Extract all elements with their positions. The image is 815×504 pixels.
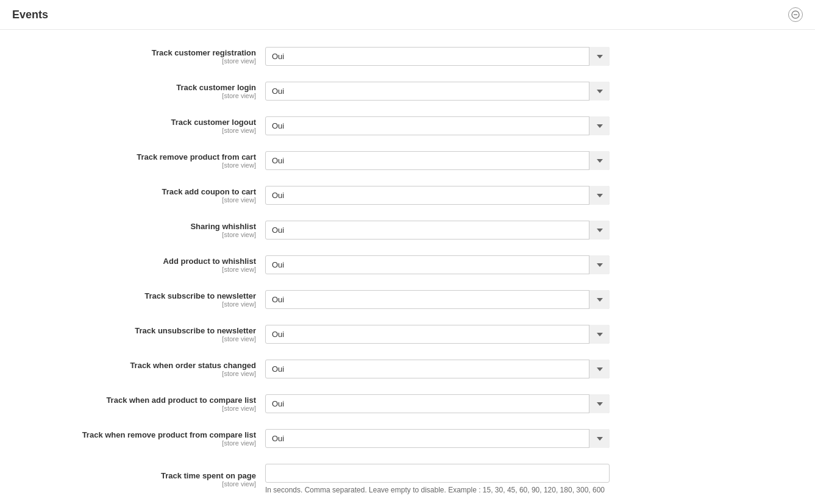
select-add-product-to-whishlist[interactable]: OuiNon bbox=[265, 255, 610, 274]
label-wrapper-track-customer-logout: Track customer logout[store view] bbox=[0, 118, 265, 134]
select-wrapper-track-when-remove-product-from-compare-list: OuiNon bbox=[265, 429, 610, 448]
label-wrapper-track-add-coupon-to-cart: Track add coupon to cart[store view] bbox=[0, 187, 265, 204]
label-track-time-spent-on-page: Track time spent on page bbox=[0, 471, 256, 480]
select-wrapper-track-remove-product-from-cart: OuiNon bbox=[265, 151, 610, 170]
label-track-customer-registration: Track customer registration bbox=[0, 48, 256, 57]
control-wrapper-track-when-order-status-changed: OuiNon bbox=[265, 360, 610, 378]
label-wrapper-track-customer-registration: Track customer registration[store view] bbox=[0, 48, 265, 65]
label-wrapper-track-when-remove-product-from-compare-list: Track when remove product from compare l… bbox=[0, 430, 265, 447]
form-row-track-when-order-status-changed: Track when order status changed[store vi… bbox=[0, 355, 731, 383]
control-wrapper-sharing-whishlist: OuiNon bbox=[265, 221, 610, 240]
select-track-subscribe-to-newsletter[interactable]: OuiNon bbox=[265, 290, 610, 309]
label-wrapper-track-when-add-product-to-compare-list: Track when add product to compare list[s… bbox=[0, 396, 265, 412]
select-wrapper-track-add-coupon-to-cart: OuiNon bbox=[265, 186, 610, 205]
form-row-track-add-coupon-to-cart: Track add coupon to cart[store view]OuiN… bbox=[0, 181, 731, 210]
form-row-track-subscribe-to-newsletter: Track subscribe to newsletter[store view… bbox=[0, 285, 731, 314]
label-wrapper-track-when-order-status-changed: Track when order status changed[store vi… bbox=[0, 361, 265, 377]
form-row-track-when-remove-product-from-compare-list: Track when remove product from compare l… bbox=[0, 424, 731, 453]
select-track-customer-registration[interactable]: OuiNon bbox=[265, 47, 610, 66]
collapse-icon[interactable] bbox=[788, 7, 803, 22]
label-wrapper-track-remove-product-from-cart: Track remove product from cart[store vie… bbox=[0, 152, 265, 169]
form-row-track-customer-login: Track customer login[store view]OuiNon bbox=[0, 77, 731, 105]
label-wrapper-track-customer-login: Track customer login[store view] bbox=[0, 83, 265, 99]
control-wrapper-track-when-add-product-to-compare-list: OuiNon bbox=[265, 394, 610, 413]
page-header: Events bbox=[0, 0, 815, 30]
label-track-unsubscribe-to-newsletter: Track unsubscribe to newsletter bbox=[0, 326, 256, 335]
select-wrapper-track-subscribe-to-newsletter: OuiNon bbox=[265, 290, 610, 309]
sublabel-track-when-remove-product-from-compare-list: [store view] bbox=[0, 439, 256, 447]
sublabel-add-product-to-whishlist: [store view] bbox=[0, 266, 256, 273]
sublabel-track-customer-registration: [store view] bbox=[0, 57, 256, 65]
form-row-track-unsubscribe-to-newsletter: Track unsubscribe to newsletter[store vi… bbox=[0, 320, 731, 349]
control-wrapper-add-product-to-whishlist: OuiNon bbox=[265, 255, 610, 274]
sublabel-track-time-spent-on-page: [store view] bbox=[0, 480, 256, 488]
control-wrapper-track-when-remove-product-from-compare-list: OuiNon bbox=[265, 429, 610, 448]
sublabel-track-subscribe-to-newsletter: [store view] bbox=[0, 300, 256, 308]
sublabel-track-when-order-status-changed: [store view] bbox=[0, 370, 256, 377]
select-wrapper-track-when-add-product-to-compare-list: OuiNon bbox=[265, 394, 610, 413]
sublabel-track-customer-logout: [store view] bbox=[0, 127, 256, 134]
sublabel-sharing-whishlist: [store view] bbox=[0, 231, 256, 238]
sublabel-track-customer-login: [store view] bbox=[0, 92, 256, 99]
form-row-track-when-add-product-to-compare-list: Track when add product to compare list[s… bbox=[0, 389, 731, 418]
select-sharing-whishlist[interactable]: OuiNon bbox=[265, 221, 610, 240]
label-track-remove-product-from-cart: Track remove product from cart bbox=[0, 152, 256, 161]
select-wrapper-track-unsubscribe-to-newsletter: OuiNon bbox=[265, 325, 610, 344]
select-wrapper-track-customer-logout: OuiNon bbox=[265, 116, 610, 135]
select-wrapper-track-customer-login: OuiNon bbox=[265, 82, 610, 101]
label-wrapper-track-subscribe-to-newsletter: Track subscribe to newsletter[store view… bbox=[0, 291, 265, 308]
label-track-customer-login: Track customer login bbox=[0, 83, 256, 92]
page-title: Events bbox=[12, 9, 48, 21]
form-row-track-remove-product-from-cart: Track remove product from cart[store vie… bbox=[0, 146, 731, 175]
label-track-add-coupon-to-cart: Track add coupon to cart bbox=[0, 187, 256, 196]
label-sharing-whishlist: Sharing whishlist bbox=[0, 222, 256, 231]
control-wrapper-track-customer-registration: OuiNon bbox=[265, 47, 610, 66]
label-track-customer-logout: Track customer logout bbox=[0, 118, 256, 127]
label-wrapper-track-time-spent-on-page: Track time spent on page[store view] bbox=[0, 471, 265, 488]
label-add-product-to-whishlist: Add product to whishlist bbox=[0, 257, 256, 266]
sublabel-track-when-add-product-to-compare-list: [store view] bbox=[0, 405, 256, 412]
form-row-sharing-whishlist: Sharing whishlist[store view]OuiNon bbox=[0, 216, 731, 244]
label-track-subscribe-to-newsletter: Track subscribe to newsletter bbox=[0, 291, 256, 300]
select-track-when-remove-product-from-compare-list[interactable]: OuiNon bbox=[265, 429, 610, 448]
select-wrapper-add-product-to-whishlist: OuiNon bbox=[265, 255, 610, 274]
label-wrapper-add-product-to-whishlist: Add product to whishlist[store view] bbox=[0, 257, 265, 273]
form-row-track-customer-registration: Track customer registration[store view]O… bbox=[0, 42, 731, 71]
select-wrapper-track-customer-registration: OuiNon bbox=[265, 47, 610, 66]
control-wrapper-track-add-coupon-to-cart: OuiNon bbox=[265, 186, 610, 205]
sublabel-track-unsubscribe-to-newsletter: [store view] bbox=[0, 335, 256, 343]
control-wrapper-track-time-spent-on-page: In seconds. Comma separated. Leave empty… bbox=[265, 464, 610, 494]
form-row-add-product-to-whishlist: Add product to whishlist[store view]OuiN… bbox=[0, 250, 731, 279]
sublabel-track-add-coupon-to-cart: [store view] bbox=[0, 196, 256, 204]
control-wrapper-track-remove-product-from-cart: OuiNon bbox=[265, 151, 610, 170]
control-wrapper-track-subscribe-to-newsletter: OuiNon bbox=[265, 290, 610, 309]
control-wrapper-track-unsubscribe-to-newsletter: OuiNon bbox=[265, 325, 610, 344]
select-track-customer-login[interactable]: OuiNon bbox=[265, 82, 610, 101]
select-track-add-coupon-to-cart[interactable]: OuiNon bbox=[265, 186, 610, 205]
select-wrapper-sharing-whishlist: OuiNon bbox=[265, 221, 610, 240]
label-track-when-order-status-changed: Track when order status changed bbox=[0, 361, 256, 370]
input-track-time-spent-on-page[interactable] bbox=[265, 464, 610, 483]
select-track-remove-product-from-cart[interactable]: OuiNon bbox=[265, 151, 610, 170]
sublabel-track-remove-product-from-cart: [store view] bbox=[0, 161, 256, 169]
form-row-track-customer-logout: Track customer logout[store view]OuiNon bbox=[0, 112, 731, 140]
select-track-customer-logout[interactable]: OuiNon bbox=[265, 116, 610, 135]
hint-track-time-spent-on-page: In seconds. Comma separated. Leave empty… bbox=[265, 486, 610, 494]
label-track-when-add-product-to-compare-list: Track when add product to compare list bbox=[0, 396, 256, 405]
label-wrapper-sharing-whishlist: Sharing whishlist[store view] bbox=[0, 222, 265, 238]
label-wrapper-track-unsubscribe-to-newsletter: Track unsubscribe to newsletter[store vi… bbox=[0, 326, 265, 343]
control-wrapper-track-customer-logout: OuiNon bbox=[265, 116, 610, 135]
events-form: Track customer registration[store view]O… bbox=[0, 30, 731, 504]
control-wrapper-track-customer-login: OuiNon bbox=[265, 82, 610, 101]
label-track-when-remove-product-from-compare-list: Track when remove product from compare l… bbox=[0, 430, 256, 439]
select-wrapper-track-when-order-status-changed: OuiNon bbox=[265, 360, 610, 378]
select-track-unsubscribe-to-newsletter[interactable]: OuiNon bbox=[265, 325, 610, 344]
select-track-when-order-status-changed[interactable]: OuiNon bbox=[265, 360, 610, 378]
select-track-when-add-product-to-compare-list[interactable]: OuiNon bbox=[265, 394, 610, 413]
form-row-track-time-spent-on-page: Track time spent on page[store view]In s… bbox=[0, 459, 731, 499]
